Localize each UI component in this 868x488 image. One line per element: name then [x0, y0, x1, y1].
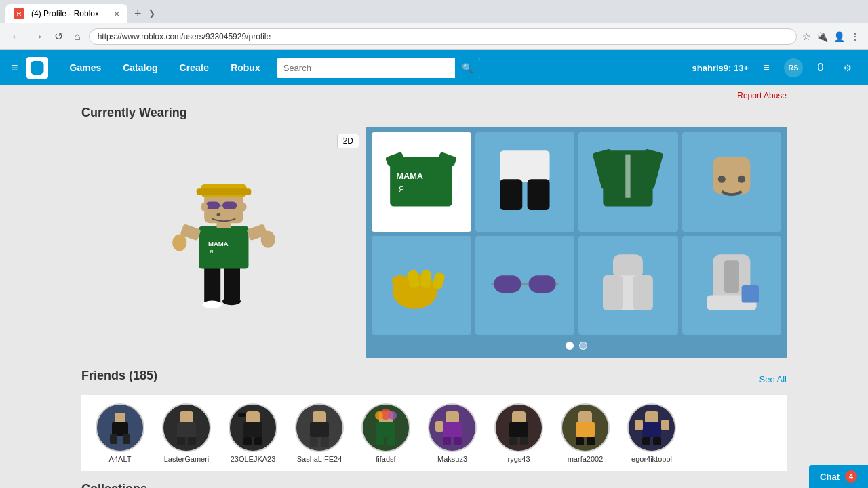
- svg-rect-63: [238, 413, 246, 417]
- extensions-icon[interactable]: 🔌: [816, 31, 828, 42]
- friend-item-1[interactable]: LasterGameri: [156, 403, 217, 463]
- pagination-dot-2[interactable]: [579, 342, 587, 350]
- search-input[interactable]: [277, 59, 455, 77]
- tab-list-chevron[interactable]: ❯: [149, 9, 155, 18]
- svg-text:Я: Я: [210, 249, 214, 255]
- svg-point-18: [216, 213, 220, 216]
- pagination-dot-1[interactable]: [566, 342, 574, 350]
- friends-title: Friends (185): [81, 369, 157, 383]
- active-tab[interactable]: R (4) Profile - Roblox ✕: [5, 4, 127, 23]
- svg-rect-69: [310, 437, 318, 447]
- svg-rect-81: [443, 437, 451, 445]
- settings-icon[interactable]: ⚙: [838, 58, 857, 77]
- new-tab-button[interactable]: +: [130, 7, 146, 21]
- item-cell-5[interactable]: [475, 236, 575, 336]
- wearing-section: 2D MAMA Я: [81, 127, 787, 358]
- friend-avatar-2: [229, 403, 277, 452]
- svg-text:MAMA: MAMA: [208, 239, 229, 247]
- svg-rect-79: [443, 422, 462, 437]
- svg-rect-60: [177, 437, 185, 445]
- friend-name-4: fifadsf: [376, 455, 395, 463]
- friend-figure-8: [631, 407, 672, 448]
- forward-button[interactable]: →: [30, 28, 46, 45]
- nav-catalog[interactable]: Catalog: [112, 52, 168, 84]
- item-cell-0[interactable]: MAMA Я: [372, 132, 471, 232]
- pants-icon: [488, 144, 562, 219]
- feed-icon[interactable]: ≡: [757, 58, 776, 77]
- tab-close-button[interactable]: ✕: [114, 10, 119, 18]
- roblox-logo-icon: [31, 61, 44, 75]
- svg-rect-94: [661, 420, 669, 430]
- svg-point-9: [172, 234, 186, 251]
- svg-rect-28: [527, 180, 549, 211]
- svg-rect-4: [199, 226, 249, 268]
- svg-rect-41: [494, 275, 521, 293]
- friend-avatar-6: [494, 403, 543, 452]
- friend-item-0[interactable]: A4ALT: [90, 403, 151, 463]
- friend-item-2[interactable]: 23OLEJKA23: [222, 403, 283, 463]
- friend-item-5[interactable]: Maksuz3: [422, 403, 483, 463]
- svg-point-3: [222, 297, 241, 305]
- search-icon: 🔍: [462, 63, 473, 73]
- svg-rect-55: [112, 422, 128, 436]
- friend-item-3[interactable]: SashaLIFE24: [289, 403, 350, 463]
- svg-rect-49: [633, 275, 653, 310]
- header-right: shahris9: 13+ ≡ RS 0 ⚙: [692, 58, 857, 77]
- chat-button[interactable]: Chat 4: [809, 465, 868, 488]
- back-button[interactable]: ←: [8, 28, 24, 45]
- svg-rect-52: [724, 260, 739, 293]
- item-cell-6[interactable]: [578, 236, 678, 336]
- svg-rect-61: [188, 437, 196, 445]
- bookmark-icon[interactable]: ☆: [802, 31, 811, 42]
- roblox-logo[interactable]: [26, 57, 48, 79]
- svg-rect-56: [110, 434, 117, 444]
- item-cell-2[interactable]: [578, 132, 678, 232]
- friend-item-8[interactable]: egor4iktopol: [621, 403, 682, 463]
- notifications-count[interactable]: 0: [811, 58, 830, 77]
- item-cell-3[interactable]: [682, 132, 782, 232]
- gloves-icon: [384, 248, 458, 323]
- username-label: shahris9: 13+: [692, 63, 749, 73]
- nav-create[interactable]: Create: [169, 52, 220, 84]
- friend-name-1: LasterGameri: [164, 455, 210, 463]
- svg-rect-93: [635, 420, 643, 430]
- avatar-2d-button[interactable]: 2D: [337, 134, 359, 148]
- svg-rect-84: [509, 422, 528, 437]
- friend-name-2: 23OLEJKA23: [231, 455, 276, 463]
- refresh-button[interactable]: ↺: [52, 27, 66, 45]
- item-cell-1[interactable]: [475, 132, 575, 232]
- svg-rect-32: [626, 155, 631, 198]
- item-cell-4[interactable]: [372, 236, 471, 336]
- svg-rect-0: [204, 265, 220, 304]
- friend-item-7[interactable]: marfa2002: [555, 403, 616, 463]
- friends-see-all[interactable]: See All: [760, 374, 787, 384]
- account-icon[interactable]: 👤: [833, 31, 845, 42]
- item-cell-7[interactable]: [682, 236, 782, 336]
- svg-rect-72: [376, 422, 395, 437]
- tab-title: (4) Profile - Roblox: [31, 9, 99, 18]
- menu-icon[interactable]: ⋮: [850, 31, 860, 42]
- search-button[interactable]: 🔍: [455, 58, 480, 78]
- robux-icon[interactable]: RS: [784, 58, 803, 77]
- svg-rect-95: [642, 437, 650, 445]
- friend-item-4[interactable]: fifadsf: [355, 403, 416, 463]
- url-text: https://www.roblox.com/users/933045929/p…: [98, 32, 271, 41]
- nav-games[interactable]: Games: [59, 52, 113, 84]
- hamburger-menu[interactable]: ≡: [11, 61, 18, 75]
- svg-rect-91: [645, 411, 658, 424]
- home-button[interactable]: ⌂: [71, 28, 83, 45]
- svg-rect-21: [390, 157, 452, 207]
- svg-rect-65: [243, 437, 252, 445]
- avatar-panel: 2D MAMA Я: [81, 127, 366, 358]
- nav-robux[interactable]: Robux: [220, 52, 271, 84]
- svg-rect-27: [500, 180, 522, 211]
- svg-rect-39: [420, 270, 432, 288]
- address-bar[interactable]: https://www.roblox.com/users/933045929/p…: [89, 28, 797, 45]
- svg-rect-87: [578, 411, 592, 424]
- svg-rect-90: [587, 437, 595, 445]
- svg-rect-77: [387, 437, 395, 445]
- friend-item-6[interactable]: rygs43: [488, 403, 549, 463]
- svg-rect-16: [222, 201, 237, 209]
- report-abuse-link[interactable]: Report Abuse: [81, 85, 787, 106]
- friend-avatar-3: [295, 403, 344, 452]
